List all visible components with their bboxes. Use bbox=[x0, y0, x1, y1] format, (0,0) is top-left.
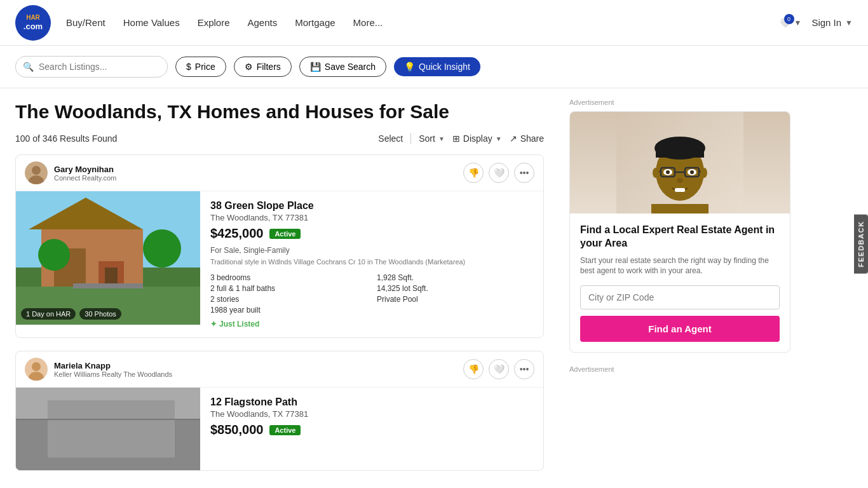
sign-in-button[interactable]: Sign In ▼ bbox=[811, 17, 853, 28]
agent-avatar bbox=[25, 161, 48, 184]
svg-rect-19 bbox=[48, 400, 175, 458]
favorites-button[interactable]: 🤍 0 ▼ bbox=[780, 18, 802, 28]
listings-panel: The Woodlands, TX Homes and Houses for S… bbox=[0, 88, 559, 488]
svg-point-13 bbox=[143, 229, 181, 268]
search-icon: 🔍 bbox=[23, 62, 34, 72]
listing-price-2: $850,000 bbox=[210, 423, 263, 437]
photos-badge: 30 Photos bbox=[79, 308, 121, 320]
results-bar: 100 of 346 Results Found Select Sort ▼ ⊞… bbox=[15, 133, 544, 144]
favorites-chevron-icon: ▼ bbox=[794, 18, 802, 27]
nav-right: 🤍 0 ▼ Sign In ▼ bbox=[780, 17, 853, 28]
divider bbox=[410, 133, 411, 144]
listing-image-2[interactable] bbox=[16, 388, 200, 470]
svg-rect-11 bbox=[73, 283, 143, 288]
nav-buy-rent[interactable]: Buy/Rent bbox=[66, 17, 105, 28]
spec-stories: 2 stories bbox=[210, 295, 367, 304]
feedback-tab[interactable]: FEEDBACK bbox=[854, 214, 868, 273]
image-badges: 1 Day on HAR 30 Photos bbox=[21, 308, 121, 320]
display-grid-icon: ⊞ bbox=[452, 133, 460, 144]
agent-face-image bbox=[570, 112, 790, 214]
days-on-badge: 1 Day on HAR bbox=[21, 308, 76, 320]
spec-sqft: 1,928 Sqft. bbox=[377, 273, 533, 282]
filters-button[interactable]: ⚙ Filters bbox=[234, 57, 292, 77]
listing-city-2: The Woodlands, TX 77381 bbox=[210, 409, 533, 419]
nav-more[interactable]: More... bbox=[353, 17, 383, 28]
dislike-button-2[interactable]: 👎 bbox=[463, 359, 484, 379]
more-options-button-2[interactable]: ••• bbox=[514, 359, 534, 379]
nav-agents[interactable]: Agents bbox=[248, 17, 278, 28]
display-chevron-icon: ▼ bbox=[496, 135, 502, 142]
search-input[interactable] bbox=[15, 56, 168, 78]
just-listed-icon: ✦ bbox=[210, 320, 217, 329]
nav-links: Buy/Rent Home Values Explore Agents Mort… bbox=[66, 17, 780, 28]
agent-face-svg bbox=[616, 112, 743, 214]
main-layout: The Woodlands, TX Homes and Houses for S… bbox=[0, 88, 868, 488]
find-agent-button[interactable]: Find an Agent bbox=[580, 316, 780, 342]
listing-image[interactable]: 1 Day on HAR 30 Photos bbox=[16, 191, 200, 325]
spec-pool: Private Pool bbox=[377, 295, 533, 304]
svg-rect-23 bbox=[651, 204, 709, 214]
nav-mortgage[interactable]: Mortgage bbox=[295, 17, 335, 28]
search-bar-area: 🔍 $ Price ⚙ Filters 💾 Save Search 💡 Quic… bbox=[0, 46, 868, 88]
listing-city: The Woodlands, TX 77381 bbox=[210, 213, 533, 222]
listing-address-2: 12 Flagstone Path bbox=[210, 396, 533, 408]
save-search-button[interactable]: 💾 Save Search bbox=[299, 57, 386, 77]
listing-type: For Sale, Single-Family bbox=[210, 246, 533, 255]
logo[interactable]: HAR .com bbox=[15, 5, 51, 41]
svg-point-15 bbox=[32, 362, 41, 371]
svg-point-12 bbox=[38, 239, 70, 271]
filters-icon: ⚙ bbox=[245, 62, 253, 72]
results-count: 100 of 346 Results Found bbox=[15, 133, 368, 144]
listing-description: Traditional style in Wdlnds Village Coch… bbox=[210, 257, 533, 267]
svg-point-39 bbox=[701, 168, 707, 178]
listing-card-2: Mariela Knapp Keller Williams Realty The… bbox=[15, 351, 544, 471]
nav-home-values[interactable]: Home Values bbox=[123, 17, 180, 28]
share-icon: ↗ bbox=[510, 133, 517, 144]
agent-company: Connect Realty.com bbox=[54, 174, 463, 182]
sign-in-chevron-icon: ▼ bbox=[845, 18, 853, 27]
zip-input[interactable] bbox=[580, 285, 780, 309]
nav-explore[interactable]: Explore bbox=[198, 17, 230, 28]
listing-specs: 3 bedrooms 1,928 Sqft. 2 full & 1 half b… bbox=[210, 273, 533, 315]
just-listed-badge: ✦ Just Listed bbox=[210, 320, 533, 329]
results-actions: Select Sort ▼ ⊞ Display ▼ ↗ Share bbox=[378, 133, 544, 144]
card-details: 38 Green Slope Place The Woodlands, TX 7… bbox=[200, 191, 543, 337]
card-actions: 👎 🤍 ••• bbox=[463, 163, 534, 183]
display-button[interactable]: ⊞ Display ▼ bbox=[452, 133, 502, 144]
agent-avatar-2 bbox=[25, 358, 48, 381]
svg-point-34 bbox=[666, 170, 670, 174]
price-dollar-icon: $ bbox=[186, 62, 191, 72]
spec-baths: 2 full & 1 half baths bbox=[210, 284, 367, 293]
navbar: HAR .com Buy/Rent Home Values Explore Ag… bbox=[0, 0, 868, 46]
spec-bedrooms: 3 bedrooms bbox=[210, 273, 367, 282]
card-details-2: 12 Flagstone Path The Woodlands, TX 7738… bbox=[200, 388, 543, 470]
favorite-button[interactable]: 🤍 bbox=[489, 163, 509, 183]
select-button[interactable]: Select bbox=[378, 133, 403, 144]
listing-card: Gary Moynihan Connect Realty.com 👎 🤍 ••• bbox=[15, 154, 544, 338]
agent-name: Gary Moynihan bbox=[54, 165, 463, 174]
card-agent-row-2: Mariela Knapp Keller Williams Realty The… bbox=[16, 351, 543, 388]
card-agent-row: Gary Moynihan Connect Realty.com 👎 🤍 ••• bbox=[16, 155, 543, 191]
spec-year: 1988 year built bbox=[210, 306, 367, 315]
svg-point-36 bbox=[677, 178, 683, 183]
favorites-badge: 0 bbox=[784, 14, 794, 24]
favorite-button-2[interactable]: 🤍 bbox=[489, 359, 509, 379]
sidebar-panel: Advertisement bbox=[559, 88, 801, 488]
more-options-button[interactable]: ••• bbox=[514, 163, 534, 183]
save-icon: 💾 bbox=[310, 62, 321, 72]
svg-point-1 bbox=[32, 166, 41, 175]
sort-button[interactable]: Sort ▼ bbox=[419, 133, 445, 144]
listing-price-row: $425,000 Active bbox=[210, 226, 533, 241]
ad-label: Advertisement bbox=[569, 98, 790, 106]
dislike-button[interactable]: 👎 bbox=[463, 163, 484, 183]
insight-icon: 💡 bbox=[404, 62, 415, 72]
price-button[interactable]: $ Price bbox=[175, 57, 226, 77]
ad-content: Find a Local Expert Real Estate Agent in… bbox=[570, 214, 790, 352]
quick-insight-button[interactable]: 💡 Quick Insight bbox=[394, 57, 480, 76]
card-actions-2: 👎 🤍 ••• bbox=[463, 359, 534, 379]
agent-info-2: Mariela Knapp Keller Williams Realty The… bbox=[54, 361, 463, 378]
listing-price: $425,000 bbox=[210, 226, 263, 241]
logo-har: HAR bbox=[24, 14, 43, 22]
share-button[interactable]: ↗ Share bbox=[510, 133, 544, 144]
listing-address: 38 Green Slope Place bbox=[210, 200, 533, 212]
